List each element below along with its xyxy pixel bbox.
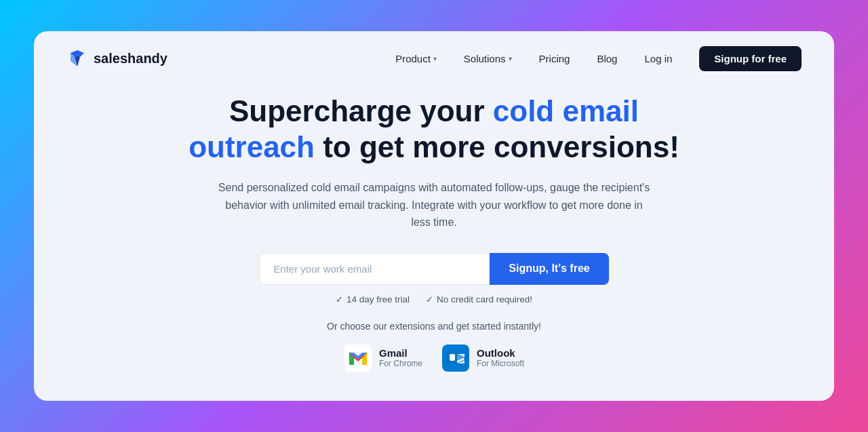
hero-subtitle: Send personalized cold email campaigns w…	[217, 179, 651, 231]
extensions-row: Gmail For Chrome	[344, 344, 524, 372]
nav-links: Product ▾ Solutions ▾ Pricing Blog Log i…	[384, 47, 683, 70]
hero-title: Supercharge your cold email outreach to …	[170, 94, 698, 165]
trust-badges: ✓ 14 day free trial ✓ No credit card req…	[336, 294, 532, 305]
email-input[interactable]	[259, 253, 490, 285]
svg-rect-2	[450, 354, 455, 361]
nav-product[interactable]: Product ▾	[384, 47, 448, 70]
outlook-info: Outlook For Microsoft	[477, 347, 524, 368]
logo-icon	[66, 47, 88, 69]
nav-pricing[interactable]: Pricing	[528, 47, 581, 70]
trial-badge: ✓ 14 day free trial	[336, 294, 410, 305]
solutions-chevron-icon: ▾	[509, 55, 512, 62]
no-card-badge: ✓ No credit card required!	[426, 294, 532, 305]
product-chevron-icon: ▾	[433, 55, 437, 62]
nav-blog[interactable]: Blog	[586, 47, 628, 70]
gmail-extension[interactable]: Gmail For Chrome	[344, 344, 422, 372]
outlook-icon	[441, 344, 470, 372]
extensions-or-text: Or choose our extensions and get started…	[327, 321, 541, 332]
main-card: saleshandy Product ▾ Solutions ▾ Pricing…	[34, 31, 834, 401]
logo-text: saleshandy	[94, 51, 167, 66]
nav-signup-button[interactable]: Signup for free	[699, 46, 802, 71]
hero-section: Supercharge your cold email outreach to …	[34, 85, 834, 401]
nav-solutions[interactable]: Solutions ▾	[453, 47, 523, 70]
gmail-icon	[344, 344, 372, 372]
check-icon-card: ✓	[426, 294, 433, 305]
gmail-info: Gmail For Chrome	[379, 347, 422, 368]
navbar: saleshandy Product ▾ Solutions ▾ Pricing…	[34, 31, 834, 85]
check-icon-trial: ✓	[336, 294, 343, 305]
outlook-extension[interactable]: Outlook For Microsoft	[441, 344, 524, 372]
logo[interactable]: saleshandy	[66, 47, 167, 69]
nav-login[interactable]: Log in	[633, 47, 683, 70]
signup-free-button[interactable]: Signup, It's free	[490, 253, 608, 285]
email-form: Signup, It's free	[259, 253, 608, 285]
